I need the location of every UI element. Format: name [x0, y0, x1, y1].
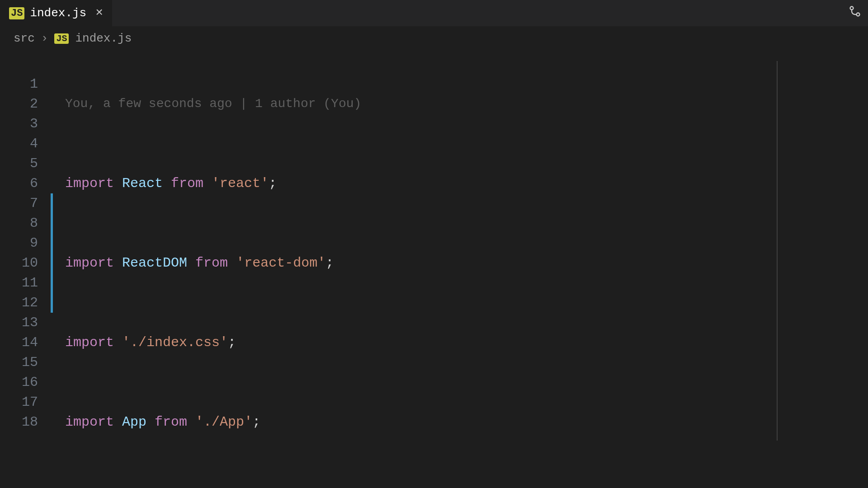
minimap-border	[777, 61, 778, 441]
line-number: 4	[0, 134, 38, 154]
svg-point-1	[857, 13, 860, 16]
line-number: 8	[0, 213, 38, 233]
line-number: 15	[0, 352, 38, 372]
line-number: 14	[0, 333, 38, 352]
chevron-right-icon: ›	[41, 32, 48, 45]
code-line: import ReactDOM from 'react-dom';	[65, 253, 868, 273]
line-number: 2	[0, 94, 38, 114]
tabs-bar: JS index.js ×	[0, 0, 868, 26]
tab-index-js[interactable]: JS index.js ×	[0, 0, 112, 26]
line-number: 17	[0, 392, 38, 412]
line-number: 10	[0, 253, 38, 273]
close-icon[interactable]: ×	[95, 7, 103, 19]
code-line: import App from './App';	[65, 412, 868, 432]
line-number-gutter: 1 2 3 4 5 6 7 8 9 10 11 12 13 14 15 16 1…	[0, 54, 51, 488]
code-line: import './index.css';	[65, 333, 868, 352]
line-number: 13	[0, 313, 38, 333]
line-number: 18	[0, 412, 38, 432]
breadcrumb-folder[interactable]: src	[14, 32, 35, 45]
line-number: 5	[0, 154, 38, 174]
code-editor[interactable]: 1 2 3 4 5 6 7 8 9 10 11 12 13 14 15 16 1…	[0, 51, 868, 488]
line-number: 16	[0, 372, 38, 392]
breadcrumb-file[interactable]: index.js	[75, 32, 132, 45]
line-number: 1	[0, 74, 38, 94]
js-file-icon: JS	[54, 33, 69, 44]
line-number: 9	[0, 233, 38, 253]
line-number: 3	[0, 114, 38, 134]
gitlens-annotation[interactable]: You, a few seconds ago | 1 author (You)	[65, 94, 868, 114]
source-control-icon[interactable]	[849, 7, 861, 21]
line-number: 12	[0, 293, 38, 313]
breadcrumb[interactable]: src › JS index.js	[0, 26, 868, 51]
js-file-icon: JS	[9, 7, 24, 19]
git-change-indicator[interactable]	[51, 193, 53, 313]
line-number: 11	[0, 273, 38, 293]
git-gutter	[51, 54, 53, 488]
line-number: 6	[0, 174, 38, 193]
line-number: 7	[0, 193, 38, 213]
tab-label: index.js	[30, 6, 86, 20]
svg-point-0	[850, 7, 854, 10]
code-content[interactable]: You, a few seconds ago | 1 author (You) …	[53, 54, 868, 488]
toolbar-right	[849, 5, 861, 21]
code-line: import React from 'react';	[65, 174, 868, 193]
